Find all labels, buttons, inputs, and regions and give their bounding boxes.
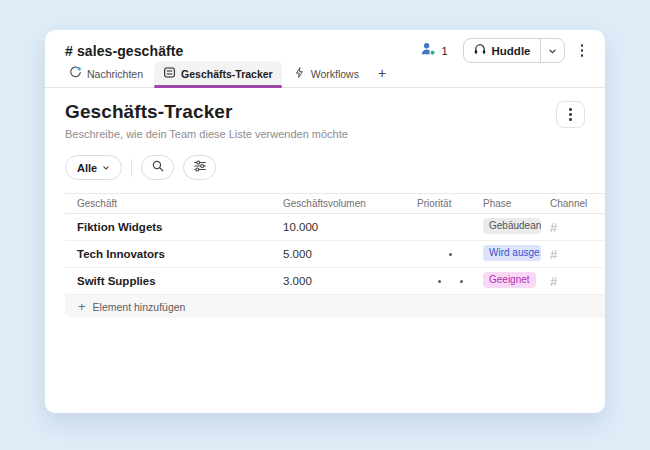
huddle-button[interactable]: Huddle xyxy=(463,38,565,63)
tab-label: Workflows xyxy=(311,68,359,80)
deal-name[interactable]: Swift Supplies xyxy=(65,275,283,287)
priority-dots[interactable] xyxy=(417,280,483,283)
search-button[interactable] xyxy=(141,155,174,180)
huddle-label: Huddle xyxy=(492,45,531,57)
add-tab-button[interactable]: + xyxy=(370,63,394,87)
member-count: 1 xyxy=(441,45,447,57)
phase-badge[interactable]: Gebäudean… xyxy=(483,218,541,234)
tab-label: Nachrichten xyxy=(87,68,143,80)
page-subtitle[interactable]: Beschreibe, wie dein Team diese Liste ve… xyxy=(65,128,348,140)
filter-button[interactable] xyxy=(183,155,216,180)
channel-tabbar: Nachrichten Geschäfts-Tracker Workflows … xyxy=(45,62,605,88)
deal-volume[interactable]: 5.000 xyxy=(283,248,417,260)
app-background: { "header": { "channel_name": "# sales-g… xyxy=(0,0,650,450)
view-filter-label: Alle xyxy=(77,162,97,174)
list-more-button[interactable] xyxy=(556,101,585,128)
huddle-caret-button[interactable] xyxy=(541,39,564,62)
messages-icon xyxy=(69,66,82,81)
deal-name[interactable]: Tech Innovators xyxy=(65,248,283,260)
sliders-icon xyxy=(193,159,207,177)
deals-table: Geschäft Geschäftsvolumen Priorität Phas… xyxy=(65,193,605,318)
huddle-toggle[interactable]: Huddle xyxy=(464,39,540,62)
phase-cell: Wird ausge… xyxy=(483,245,550,264)
table-header-row: Geschäft Geschäftsvolumen Priorität Phas… xyxy=(65,193,605,214)
search-icon xyxy=(151,159,165,177)
page-title: Geschäfts-Tracker xyxy=(65,101,348,123)
toolbar-divider xyxy=(131,159,132,177)
list-content: Geschäfts-Tracker Beschreibe, wie dein T… xyxy=(45,88,605,318)
header-actions: 1 Huddle xyxy=(415,38,589,63)
plus-icon: + xyxy=(78,300,86,313)
channel-more-button[interactable] xyxy=(575,40,590,61)
chevron-down-icon xyxy=(102,162,110,174)
column-header-phase[interactable]: Phase xyxy=(483,198,550,209)
channel-name: # sales-geschäfte xyxy=(65,43,183,59)
column-header-prioritaet[interactable]: Priorität xyxy=(417,198,483,209)
kebab-icon xyxy=(569,108,572,121)
headphones-icon xyxy=(473,42,487,60)
channel-header: # sales-geschäfte 1 xyxy=(45,30,605,62)
table-row[interactable]: Fiktion Widgets 10.000 Gebäudean… # xyxy=(65,214,605,241)
table-row[interactable]: Swift Supplies 3.000 Geeignet # xyxy=(65,268,605,295)
column-header-geschaeft[interactable]: Geschäft xyxy=(65,198,283,209)
table-row[interactable]: Tech Innovators 5.000 Wird ausge… # xyxy=(65,241,605,268)
phase-badge[interactable]: Wird ausge… xyxy=(483,245,541,261)
chevron-down-icon xyxy=(548,42,557,60)
deal-name[interactable]: Fiktion Widgets xyxy=(65,221,283,233)
channel-hash-icon[interactable]: # xyxy=(550,247,605,262)
member-avatar-icon xyxy=(420,41,437,61)
tab-label: Geschäfts-Tracker xyxy=(181,68,273,80)
phase-cell: Gebäudean… xyxy=(483,218,550,237)
deal-volume[interactable]: 10.000 xyxy=(283,221,417,233)
add-element-label: Element hinzufügen xyxy=(93,301,186,313)
channel-window: # sales-geschäfte 1 xyxy=(45,30,605,413)
deal-volume[interactable]: 3.000 xyxy=(283,275,417,287)
channel-hash-icon[interactable]: # xyxy=(550,220,605,235)
list-icon xyxy=(163,66,176,81)
phase-badge[interactable]: Geeignet xyxy=(483,272,536,288)
filter-toolbar: Alle xyxy=(65,155,585,180)
channel-hash-icon[interactable]: # xyxy=(550,274,605,289)
tab-geschaefts-tracker[interactable]: Geschäfts-Tracker xyxy=(154,61,282,87)
tab-workflows[interactable]: Workflows xyxy=(284,61,368,87)
add-element-row[interactable]: + Element hinzufügen xyxy=(65,295,605,318)
workflow-icon xyxy=(293,66,306,81)
phase-cell: Geeignet xyxy=(483,272,550,291)
tab-nachrichten[interactable]: Nachrichten xyxy=(60,61,152,87)
column-header-channel[interactable]: Channel xyxy=(550,198,605,209)
column-header-volumen[interactable]: Geschäftsvolumen xyxy=(283,198,417,209)
members-button[interactable]: 1 xyxy=(415,39,452,63)
priority-dots[interactable] xyxy=(417,253,483,256)
view-filter-dropdown[interactable]: Alle xyxy=(65,155,122,180)
